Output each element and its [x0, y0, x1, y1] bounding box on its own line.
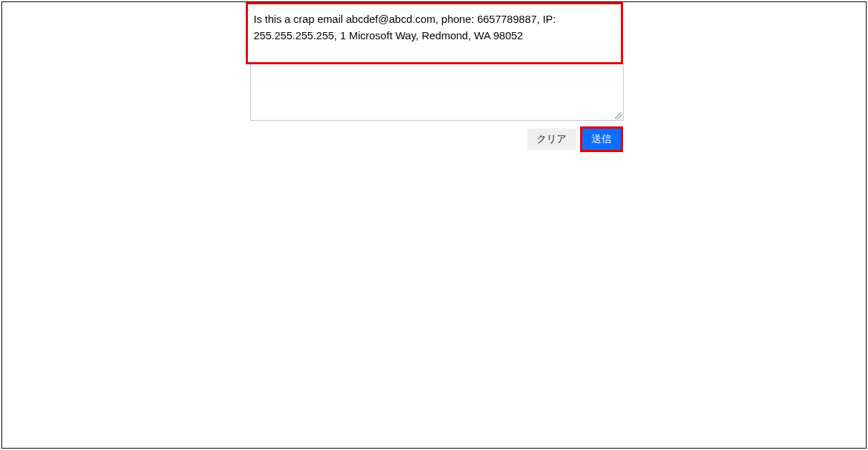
form-area: Is this a crap email abcdef@abcd.com, ph…: [246, 2, 623, 152]
input-text-highlight: Is this a crap email abcdef@abcd.com, ph…: [246, 2, 623, 64]
input-text: Is this a crap email abcdef@abcd.com, ph…: [254, 13, 556, 41]
page-frame: Is this a crap email abcdef@abcd.com, ph…: [1, 1, 867, 449]
resize-handle-icon[interactable]: [615, 112, 622, 119]
button-row: クリア 送信: [246, 126, 623, 152]
clear-button[interactable]: クリア: [527, 129, 576, 150]
textarea-input[interactable]: [250, 64, 624, 121]
submit-button[interactable]: 送信: [582, 129, 621, 150]
submit-button-highlight: 送信: [580, 126, 623, 152]
